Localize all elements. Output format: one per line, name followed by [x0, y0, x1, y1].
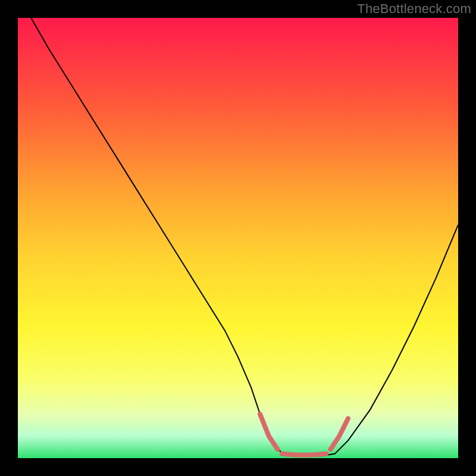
chart-container: TheBottleneck.com	[0, 0, 476, 476]
gradient-background	[18, 18, 458, 458]
watermark-text: TheBottleneck.com	[357, 1, 471, 17]
highlight-band	[282, 454, 326, 455]
plot-area	[18, 18, 458, 458]
chart-svg	[18, 18, 458, 458]
